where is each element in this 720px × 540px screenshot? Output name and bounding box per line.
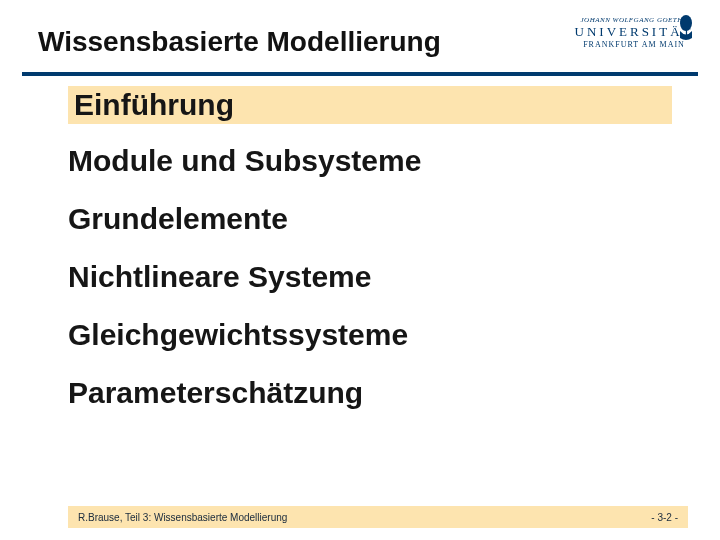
footer-page-number: - 3-2 - xyxy=(651,512,678,523)
slide-footer: R.Brause, Teil 3: Wissensbasierte Modell… xyxy=(68,506,688,528)
footer-author: R.Brause, Teil 3: Wissensbasierte Modell… xyxy=(78,512,287,523)
goethe-head-icon xyxy=(676,14,696,40)
slide: Wissensbasierte Modellierung JOHANN WOLF… xyxy=(0,0,720,540)
university-logo: JOHANN WOLFGANG GOETHE UNIVERSITÄT FRANK… xyxy=(566,16,702,49)
outline-item: Parameterschätzung xyxy=(68,376,678,410)
outline-item: Nichtlineare Systeme xyxy=(68,260,678,294)
outline-list: Einführung Module und Subsysteme Grundel… xyxy=(68,86,678,410)
slide-header: Wissensbasierte Modellierung JOHANN WOLF… xyxy=(0,26,720,70)
outline-item: Module und Subsysteme xyxy=(68,144,678,178)
header-rule xyxy=(22,72,698,76)
outline-item: Grundelemente xyxy=(68,202,678,236)
outline-item: Gleichgewichtssysteme xyxy=(68,318,678,352)
logo-line-frankfurt: FRANKFURT AM MAIN xyxy=(566,40,702,49)
outline-item-active: Einführung xyxy=(68,86,672,124)
slide-title: Wissensbasierte Modellierung xyxy=(38,26,441,58)
svg-point-0 xyxy=(680,15,692,31)
